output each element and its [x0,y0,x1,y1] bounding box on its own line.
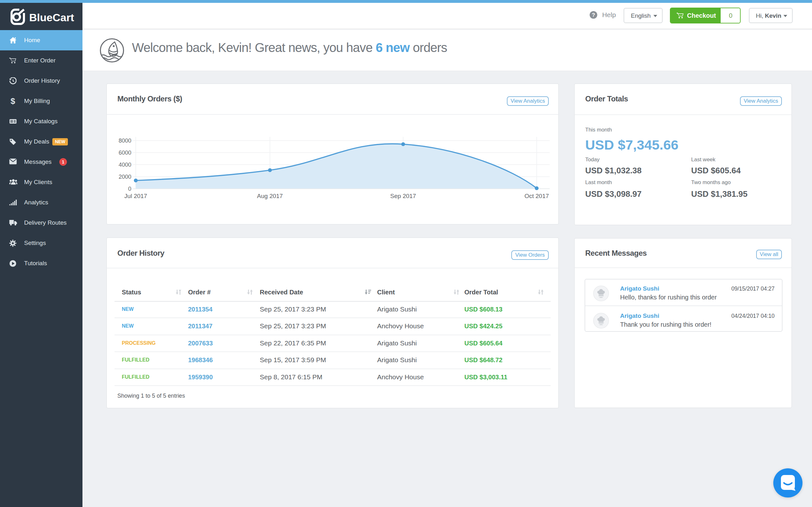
svg-text:Oct 2017: Oct 2017 [524,193,549,199]
svg-text:0: 0 [128,186,131,192]
svg-text:$: $ [10,98,15,105]
svg-text:Jul 2017: Jul 2017 [124,193,147,199]
svg-text:4000: 4000 [119,162,131,168]
svg-text:Sep 2017: Sep 2017 [390,193,416,199]
svg-text:8000: 8000 [119,137,131,144]
svg-text:?: ? [592,12,595,18]
svg-text:Aug 2017: Aug 2017 [257,193,283,199]
svg-text:6000: 6000 [119,150,131,156]
svg-text:2000: 2000 [119,174,131,180]
